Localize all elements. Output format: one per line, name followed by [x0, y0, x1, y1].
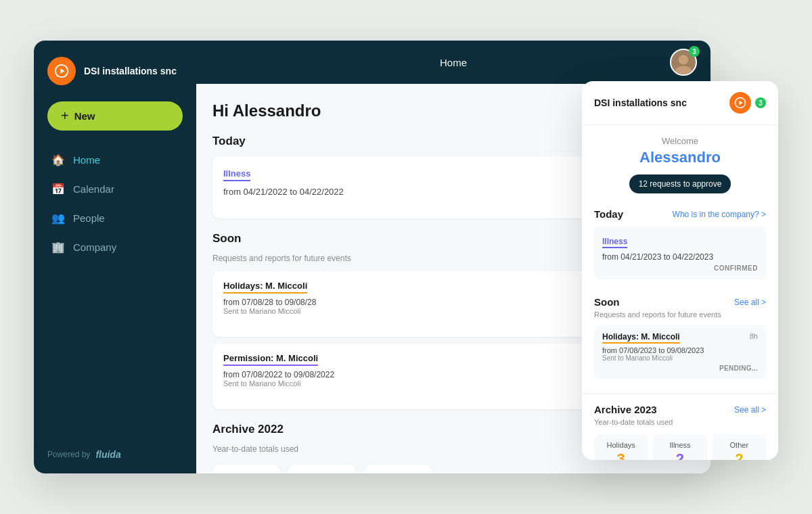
panel-archive-title: Archive 2023 — [594, 404, 657, 415]
panel-soon-title: Soon — [594, 296, 620, 308]
sidebar-item-home[interactable]: 🏠 Home — [42, 147, 188, 173]
sidebar-item-calendar[interactable]: 📅 Calendar — [42, 176, 188, 202]
panel-archive-card-illness: Illness 2 Days used — [653, 434, 706, 460]
sidebar-item-company[interactable]: 🏢 Company — [42, 234, 188, 260]
panel-archive-see-all[interactable]: See all > — [734, 405, 766, 415]
svg-point-3 — [679, 55, 688, 64]
panel-today-title: Today — [594, 208, 623, 220]
sidebar-footer: Powered by fluida — [34, 436, 196, 473]
request-title-1: Holidays: M. Miccoli — [223, 281, 307, 294]
sidebar-item-people[interactable]: 👥 People — [42, 205, 188, 231]
panel-archive-num-other: 2 — [735, 450, 743, 460]
company-icon: 🏢 — [51, 241, 65, 254]
request-title-2: Permission: M. Miccoli — [223, 353, 318, 366]
panel-req-header-1: Holidays: M. Miccoli 8h — [602, 332, 758, 344]
panel-req-hours-1: 8h — [750, 332, 758, 344]
panel-today-header: Today Who is in the company? > — [594, 208, 766, 220]
panel-badge: 3 — [755, 97, 766, 108]
plus-icon: + — [61, 108, 69, 124]
panel-welcome-text: Welcome — [594, 136, 766, 146]
side-panel: DSI installations snc 3 Welcome Alessand… — [582, 81, 778, 460]
panel-archive-cards: Holidays 3 Days used Illness 2 Days used… — [594, 434, 766, 460]
svg-marker-6 — [740, 101, 743, 105]
soon-title: Soon — [212, 232, 242, 246]
panel-archive-section: Archive 2023 See all > Year-to-date tota… — [582, 394, 778, 460]
panel-event-type: Illness — [602, 237, 627, 248]
panel-event-date: from 04/21/2023 to 04/22/2023 — [602, 252, 758, 262]
panel-req-title-1: Holidays: M. Miccoli — [602, 332, 680, 344]
panel-username: Alessandro — [594, 149, 766, 166]
archive-card-holidays: Holidays 3 Days used — [212, 465, 280, 473]
panel-logo-group: 3 — [729, 92, 766, 114]
company-name: DSI installations snc — [84, 65, 177, 77]
people-icon: 👥 — [51, 212, 65, 225]
panel-company-name: DSI installations snc — [594, 97, 687, 108]
panel-archive-num-illness: 2 — [676, 450, 684, 460]
panel-archive-card-other: Other 2 Days used — [713, 434, 766, 460]
panel-soon-header: Soon See all > — [594, 296, 766, 308]
panel-archive-label-other: Other — [718, 441, 761, 449]
notification-badge: 3 — [689, 46, 700, 57]
panel-who-link[interactable]: Who is in the company? > — [673, 210, 766, 219]
archive-cards: Holidays 3 Days used Illness 2 Days used… — [212, 465, 694, 473]
panel-req-status-1: PENDING... — [602, 365, 758, 372]
new-button[interactable]: + New — [47, 101, 183, 131]
today-event-type: Illness — [223, 168, 250, 181]
panel-today-section: Today Who is in the company? > Illness f… — [582, 199, 778, 296]
panel-welcome: Welcome Alessandro 12 requests to approv… — [582, 125, 778, 199]
panel-archive-num-holidays: 3 — [617, 450, 625, 460]
panel-archive-label-holidays: Holidays — [600, 441, 642, 449]
sidebar-header: DSI installations snc — [34, 41, 196, 101]
panel-req-date-1: from 07/08/2023 to 09/08/2023 — [602, 346, 758, 354]
panel-archive-label-illness: Illness — [658, 441, 701, 449]
archive-title: Archive 2022 — [212, 423, 284, 436]
panel-soon-sub: Requests and reports for future events — [594, 310, 766, 319]
today-title: Today — [212, 135, 246, 148]
svg-marker-1 — [60, 68, 64, 73]
panel-header: DSI installations snc 3 — [582, 81, 778, 125]
panel-soon-section: Soon See all > Requests and reports for … — [582, 296, 778, 394]
archive-card-other: Other ass. 2 Days used — [364, 465, 432, 473]
panel-logo-icon — [729, 92, 751, 114]
app-logo-icon — [47, 57, 76, 85]
archive-card-illness: Illness 2 Days used — [288, 465, 356, 473]
panel-archive-card-holidays: Holidays 3 Days used — [594, 434, 648, 460]
greeting: Hi Alessandro — [212, 101, 321, 120]
panel-event-status: CONFIRMED — [602, 264, 758, 272]
panel-req-sent-1: Sent to Mariano Miccoli — [602, 354, 758, 362]
panel-approve-badge[interactable]: 12 requests to approve — [629, 174, 731, 193]
page-title: Home — [237, 57, 670, 68]
sidebar-nav: 🏠 Home 📅 Calendar 👥 People 🏢 Company — [34, 147, 196, 260]
fluida-logo: fluida — [95, 449, 120, 460]
sidebar: DSI installations snc + New 🏠 Home 📅 Cal… — [34, 41, 196, 473]
panel-archive-sub: Year-to-date totals used — [594, 418, 766, 426]
avatar-container[interactable]: 3 — [670, 49, 697, 76]
panel-request-card-1: Holidays: M. Miccoli 8h from 07/08/2023 … — [594, 325, 766, 379]
calendar-icon: 📅 — [51, 183, 65, 195]
home-icon: 🏠 — [51, 154, 65, 166]
panel-soon-see-all[interactable]: See all > — [734, 298, 766, 307]
panel-event-card: Illness from 04/21/2023 to 04/22/2023 CO… — [594, 227, 766, 280]
panel-archive-header: Archive 2023 See all > — [594, 404, 766, 415]
top-bar: Home 3 — [196, 41, 710, 84]
